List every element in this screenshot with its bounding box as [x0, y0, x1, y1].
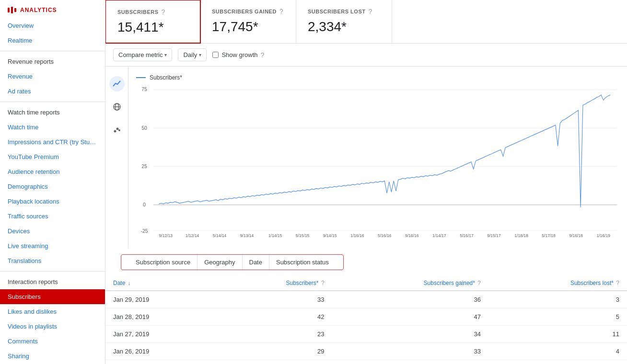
table-header-row: Date ↓ Subscribers* ? Subscribers gained… [105, 276, 627, 291]
sort-icon-date: ↓ [128, 280, 131, 286]
daily-dropdown[interactable]: Daily ▾ [178, 48, 207, 61]
sidebar-item-youtube-premium[interactable]: YouTube Premium [0, 149, 105, 164]
th-lost[interactable]: Subscribers lost* ? [488, 276, 627, 291]
chart-legend: Subscribers* [136, 74, 619, 81]
sidebar-item-live-streaming[interactable]: Live streaming [0, 239, 105, 253]
daily-label: Daily [183, 51, 197, 58]
compare-metric-label: Compare metric [118, 51, 163, 58]
chart-svg-area: Subscribers* 75 50 25 0 -25 [128, 67, 627, 249]
svg-text:9/13/14: 9/13/14 [240, 233, 254, 238]
svg-point-4 [116, 128, 118, 130]
metric-label-gained: SUBSCRIBERS GAINED [212, 9, 277, 14]
sidebar-divider [0, 51, 105, 51]
table-row: Jan 28, 201942475 [105, 308, 627, 326]
td-subscribers: 42 [216, 308, 332, 326]
svg-text:9/16/18: 9/16/18 [569, 233, 583, 238]
sidebar-item-traffic-sources[interactable]: Traffic sources [0, 209, 105, 224]
show-growth-checkbox[interactable] [212, 52, 219, 58]
metric-card-header-gained: SUBSCRIBERS GAINED ? [212, 8, 284, 15]
line-chart-icon[interactable] [109, 76, 125, 91]
metric-label-lost: SUBSCRIBERS LOST [308, 9, 365, 14]
chart-toolbar: Compare metric ▾ Daily ▾ Show growth ? [105, 44, 627, 67]
sidebar-item-audience-retention[interactable]: Audience retention [0, 164, 105, 179]
daily-arrow: ▾ [199, 52, 201, 57]
tab-subscription-status[interactable]: Subscription status [269, 255, 336, 270]
sidebar-item-interaction-reports[interactable]: Interaction reports [0, 274, 105, 289]
svg-text:5/14/14: 5/14/14 [213, 233, 227, 238]
svg-text:0: 0 [143, 201, 146, 207]
td-gained: 34 [332, 326, 488, 343]
info-icon-gained[interactable]: ? [279, 8, 283, 15]
sidebar-item-revenue-reports[interactable]: Revenue reports [0, 54, 105, 69]
svg-text:1/14/15: 1/14/15 [268, 233, 282, 238]
chart-svg-wrapper: 75 50 25 0 -25 9/12/13 1/12/14 [136, 85, 619, 238]
th-gained-info[interactable]: ? [477, 280, 481, 286]
sidebar-item-revenue[interactable]: Revenue [0, 69, 105, 84]
table-header: Date ↓ Subscribers* ? Subscribers gained… [105, 276, 627, 291]
chart-icon-panel [105, 67, 128, 249]
metric-card-lost[interactable]: SUBSCRIBERS LOST ? 2,334* [296, 0, 392, 43]
sidebar-item-watch-time-reports[interactable]: Watch time reports [0, 105, 105, 120]
td-lost: 5 [488, 308, 627, 326]
th-date-label: Date [113, 280, 125, 286]
tab-date[interactable]: Date [243, 255, 269, 270]
tab-subscription-source[interactable]: Subscription source [129, 255, 197, 270]
td-subscribers: 23 [216, 326, 332, 343]
td-date: Jan 27, 2019 [105, 326, 216, 343]
th-subscribers[interactable]: Subscribers* ? [216, 276, 332, 291]
info-icon-lost[interactable]: ? [368, 8, 372, 15]
svg-text:5/16/17: 5/16/17 [460, 233, 474, 238]
th-subscribers-info[interactable]: ? [321, 280, 325, 286]
th-date[interactable]: Date ↓ [105, 276, 216, 291]
th-subscribers-label: Subscribers* [286, 280, 319, 286]
show-growth-text: Show growth [221, 51, 257, 58]
td-gained: 36 [332, 291, 488, 308]
table-row: Jan 27, 2019233411 [105, 326, 627, 343]
sidebar-item-sharing[interactable]: Sharing [0, 349, 105, 364]
scatter-chart-icon[interactable] [109, 122, 125, 137]
svg-text:9/14/15: 9/14/15 [323, 233, 337, 238]
metric-label-subscribers: SUBSCRIBERS [117, 9, 159, 15]
svg-text:75: 75 [141, 86, 147, 92]
tab-geography[interactable]: Geography [197, 255, 242, 270]
sidebar-nav: OverviewRealtimeRevenue reportsRevenueAd… [0, 18, 105, 364]
sidebar-item-comments[interactable]: Comments [0, 334, 105, 349]
sidebar-item-playback-locations[interactable]: Playback locations [0, 194, 105, 209]
sidebar-item-videos-in-playlists[interactable]: Videos in playlists [0, 319, 105, 334]
sidebar-item-overview[interactable]: Overview [0, 18, 105, 33]
svg-point-3 [114, 130, 116, 133]
logo-text: ANALYTICS [20, 7, 57, 13]
info-icon-subscribers[interactable]: ? [162, 8, 165, 16]
sidebar-item-subscribers[interactable]: Subscribers [0, 289, 105, 304]
sidebar: ANALYTICS OverviewRealtimeRevenue report… [0, 0, 105, 364]
svg-text:5/16/16: 5/16/16 [378, 233, 392, 238]
svg-text:1/16/16: 1/16/16 [350, 233, 364, 238]
metric-card-subscribers[interactable]: SUBSCRIBERS ? 15,411* [105, 0, 201, 44]
sidebar-item-watch-time[interactable]: Watch time [0, 120, 105, 135]
svg-text:9/16/16: 9/16/16 [405, 233, 419, 238]
td-gained: 33 [332, 343, 488, 360]
compare-metric-dropdown[interactable]: Compare metric ▾ [113, 48, 172, 61]
chart-container: Subscribers* 75 50 25 0 -25 [105, 67, 627, 249]
svg-point-5 [118, 129, 120, 131]
svg-text:-25: -25 [141, 228, 148, 234]
svg-text:9/15/17: 9/15/17 [487, 233, 501, 238]
th-lost-info[interactable]: ? [616, 280, 619, 286]
metric-card-header-lost: SUBSCRIBERS LOST ? [308, 8, 380, 15]
td-date: Jan 26, 2019 [105, 343, 216, 360]
show-growth-help-icon[interactable]: ? [261, 51, 265, 59]
svg-text:1/16/19: 1/16/19 [596, 233, 610, 238]
sidebar-item-demographics[interactable]: Demographics [0, 179, 105, 194]
sidebar-item-likes-dislikes[interactable]: Likes and dislikes [0, 304, 105, 319]
globe-chart-icon[interactable] [109, 99, 125, 114]
sidebar-item-translations[interactable]: Translations [0, 253, 105, 268]
sidebar-item-impressions-ctr[interactable]: Impressions and CTR (try Studio Beta) [0, 135, 105, 149]
sidebar-item-ad-rates[interactable]: Ad rates [0, 84, 105, 99]
th-gained[interactable]: Subscribers gained* ? [332, 276, 488, 291]
metric-value-lost: 2,334* [308, 19, 380, 34]
sidebar-item-devices[interactable]: Devices [0, 224, 105, 239]
svg-text:1/14/17: 1/14/17 [432, 233, 446, 238]
table-tabs-wrapper: Subscription sourceGeographyDateSubscrip… [105, 249, 627, 276]
sidebar-item-realtime[interactable]: Realtime [0, 33, 105, 48]
metric-card-gained[interactable]: SUBSCRIBERS GAINED ? 17,745* [200, 0, 296, 43]
